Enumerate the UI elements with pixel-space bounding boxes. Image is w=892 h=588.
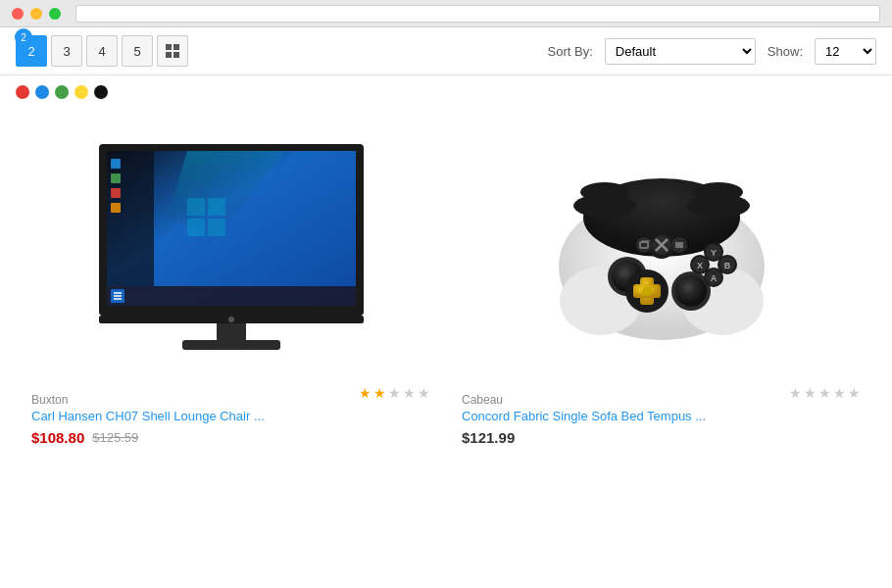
svg-rect-15 (111, 159, 121, 169)
svg-rect-20 (217, 323, 246, 341)
star-2-1: ★ (789, 385, 802, 401)
svg-point-34 (683, 283, 693, 293)
products-grid: Buxton ★ ★ ★ ★ ★ Carl Hansen CH07 Shell … (0, 109, 892, 462)
star-1-1: ★ (359, 385, 372, 401)
sort-by-label: Sort By: (548, 44, 593, 59)
star-1-2: ★ (373, 385, 386, 401)
page-badge: 2 (15, 28, 32, 46)
page-3-button[interactable]: 3 (51, 35, 82, 67)
page-5-button[interactable]: 5 (122, 35, 153, 67)
page-2-label: 2 (27, 44, 34, 59)
color-filter-row (0, 75, 892, 109)
page-2-button[interactable]: 2 2 (16, 35, 47, 67)
svg-rect-12 (187, 219, 205, 236)
svg-rect-18 (111, 203, 121, 213)
svg-point-63 (694, 182, 743, 202)
toolbar: 2 2 3 4 5 Sort By: Default Price: Low to… (0, 27, 892, 75)
svg-point-62 (580, 182, 629, 202)
address-bar[interactable] (75, 5, 880, 23)
svg-text:Y: Y (710, 248, 716, 258)
product-image-wrap-2[interactable]: Y B X A (462, 124, 861, 369)
color-filter-red[interactable] (16, 85, 29, 99)
product-image-controller: Y B X A (534, 139, 789, 355)
color-filter-blue[interactable] (35, 85, 49, 99)
product-meta-1: Buxton ★ ★ ★ ★ ★ (31, 381, 430, 407)
svg-text:X: X (696, 261, 702, 270)
star-1-5: ★ (418, 385, 430, 401)
sort-show-controls: Sort By: Default Price: Low to High Pric… (548, 38, 876, 65)
svg-rect-16 (111, 173, 121, 183)
star-1-3: ★ (388, 385, 401, 401)
svg-rect-13 (208, 219, 225, 236)
product-image-wrap-1[interactable] (31, 124, 430, 369)
product-price-2: $121.99 (462, 429, 861, 446)
svg-point-22 (228, 317, 234, 322)
page-4-button[interactable]: 4 (86, 35, 118, 67)
page-5-label: 5 (133, 44, 140, 59)
minimize-button[interactable] (30, 8, 42, 20)
window-chrome (0, 0, 892, 27)
svg-point-38 (642, 286, 652, 296)
sort-by-select[interactable]: Default Price: Low to High Price: High t… (605, 38, 756, 65)
color-filter-green[interactable] (55, 85, 69, 99)
product-card-1: Buxton ★ ★ ★ ★ ★ Carl Hansen CH07 Shell … (16, 109, 446, 462)
svg-rect-17 (111, 188, 121, 198)
svg-text:A: A (710, 273, 717, 283)
svg-rect-11 (208, 198, 225, 216)
show-label: Show: (768, 44, 803, 59)
product-title-2[interactable]: Concord Fabric Single Sofa Bed Tempus ..… (462, 409, 861, 423)
product-price-1: $108.80 $125.59 (31, 429, 430, 446)
svg-rect-21 (182, 340, 280, 350)
star-1-4: ★ (403, 385, 416, 401)
svg-rect-5 (107, 286, 356, 306)
svg-text:B: B (723, 261, 730, 270)
grid-view-button[interactable] (157, 35, 188, 67)
svg-point-47 (636, 237, 652, 253)
star-2-3: ★ (818, 385, 831, 401)
price-current-1: $108.80 (31, 429, 84, 446)
price-original-1: $125.59 (92, 430, 138, 445)
product-rating-2: ★ ★ ★ ★ ★ (789, 385, 861, 401)
show-select[interactable]: 12 24 36 48 (815, 38, 876, 65)
product-meta-2: Cabeau ★ ★ ★ ★ ★ (462, 381, 861, 407)
star-2-4: ★ (833, 385, 846, 401)
star-2-2: ★ (804, 385, 817, 401)
star-2-5: ★ (848, 385, 861, 401)
product-rating-1: ★ ★ ★ ★ ★ (359, 385, 430, 401)
svg-point-31 (619, 269, 629, 278)
price-single-2: $121.99 (462, 429, 515, 446)
product-card-2: Y B X A Cabeau ★ (446, 109, 876, 462)
maximize-button[interactable] (49, 8, 61, 20)
page-3-label: 3 (63, 44, 70, 59)
color-filter-black[interactable] (94, 85, 108, 99)
product-image-monitor (89, 139, 373, 355)
grid-icon (166, 44, 179, 58)
product-brand-1: Buxton (31, 393, 68, 407)
color-filter-yellow[interactable] (74, 85, 88, 99)
svg-rect-10 (187, 198, 205, 216)
product-brand-2: Cabeau (462, 393, 503, 407)
page-4-label: 4 (98, 44, 105, 59)
product-title-1[interactable]: Carl Hansen CH07 Shell Lounge Chair ... (31, 409, 430, 423)
svg-rect-14 (107, 151, 154, 286)
close-button[interactable] (12, 8, 24, 20)
